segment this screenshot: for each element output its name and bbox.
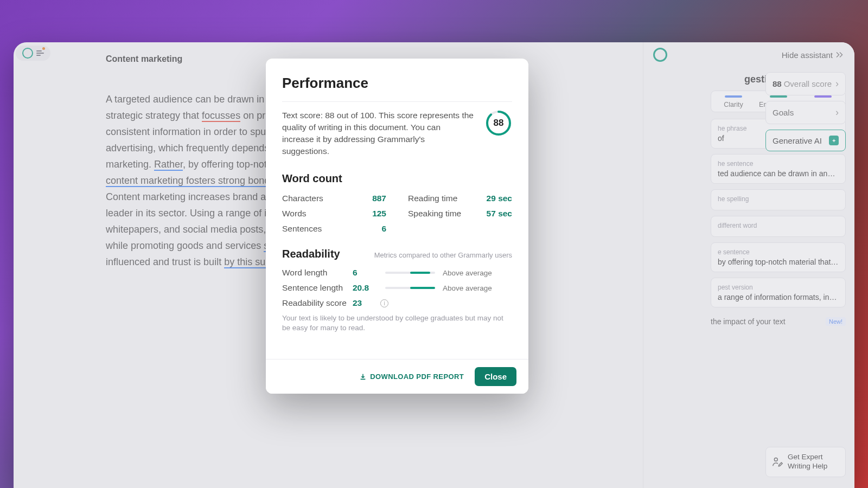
- close-button[interactable]: Close: [475, 367, 516, 386]
- readability-heading: Readability: [282, 248, 340, 260]
- modal-title: Performance: [282, 75, 512, 92]
- info-icon[interactable]: i: [380, 299, 388, 307]
- word-count-heading: Word count: [282, 172, 512, 185]
- download-pdf-button[interactable]: DOWNLOAD PDF REPORT: [359, 373, 464, 381]
- word-length-row: Word length 6 Above average: [282, 268, 512, 278]
- readability-note: Your text is likely to be understood by …: [282, 313, 512, 333]
- word-count-stats: Characters887 Reading time29 sec Words12…: [282, 194, 512, 234]
- readability-subtitle: Metrics compared to other Grammarly user…: [374, 251, 512, 259]
- words-value: 125: [372, 209, 386, 219]
- sentence-length-row: Sentence length 20.8 Above average: [282, 283, 512, 293]
- modal-footer: DOWNLOAD PDF REPORT Close: [266, 359, 528, 394]
- download-icon: [359, 373, 367, 381]
- speaking-time-value: 57 sec: [487, 209, 512, 219]
- characters-value: 887: [372, 194, 386, 203]
- readability-score-row: Readability score 23 i: [282, 298, 512, 308]
- score-ring: 88: [485, 110, 512, 137]
- performance-description: Text score: 88 out of 100. This score re…: [282, 110, 474, 157]
- divider: [282, 101, 512, 102]
- performance-modal: Performance Text score: 88 out of 100. T…: [266, 59, 528, 394]
- sentences-value: 6: [381, 224, 386, 234]
- reading-time-value: 29 sec: [487, 194, 512, 203]
